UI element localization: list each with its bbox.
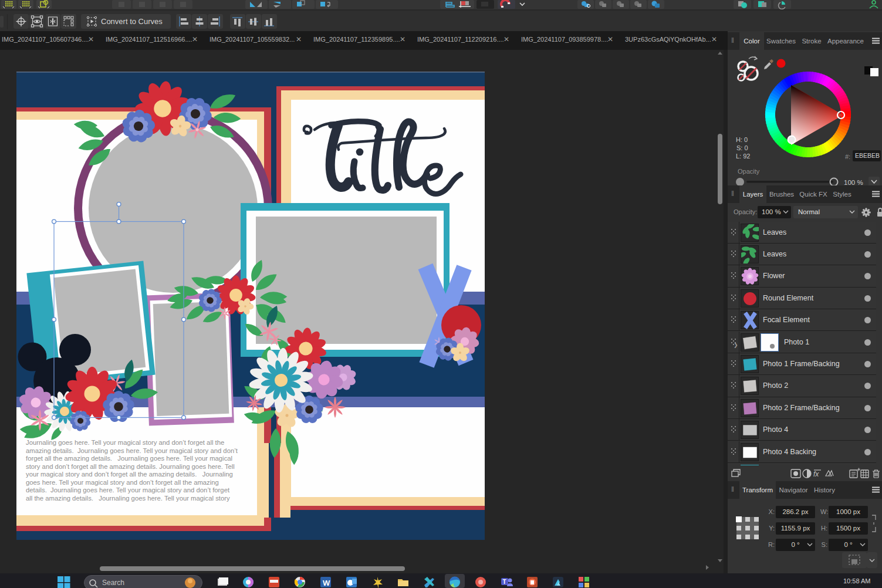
svg-text:T: T (503, 579, 506, 585)
svg-text:Search: Search (102, 579, 124, 587)
svg-text:all the amazing details. Jou: all the amazing details. Journaling goes… (26, 495, 230, 502)
svg-text:EBEBEB: EBEBEB (855, 152, 880, 159)
svg-text:H: 0: H: 0 (736, 136, 748, 143)
svg-text:details. Journaling goes here: details. Journaling goes here. Tell your… (26, 486, 230, 494)
svg-text:fx: fx (813, 470, 819, 478)
svg-text:#:: #: (845, 153, 850, 160)
svg-text:your magical story and don’t f: your magical story and don’t forget all … (26, 471, 233, 478)
svg-text:S: 0: S: 0 (736, 144, 748, 151)
svg-text:L: 92: L: 92 (736, 153, 750, 160)
svg-text:forget all the amazing details: forget all the amazing details. Journali… (26, 455, 232, 462)
svg-text:goes here. Tell your magical s: goes here. Tell your magical story and d… (26, 479, 219, 486)
svg-text:100 %: 100 % (844, 179, 863, 185)
svg-text:Journaling goes here. Tell you: Journaling goes here. Tell your magical … (26, 439, 224, 446)
svg-text:Opacity: Opacity (738, 168, 760, 175)
svg-text:W: W (323, 579, 330, 587)
svg-text:story and don’t forget all the: story and don’t forget all the amazing d… (26, 463, 235, 470)
svg-text:amazing details. Journaling g: amazing details. Journaling goes here. T… (26, 447, 238, 454)
